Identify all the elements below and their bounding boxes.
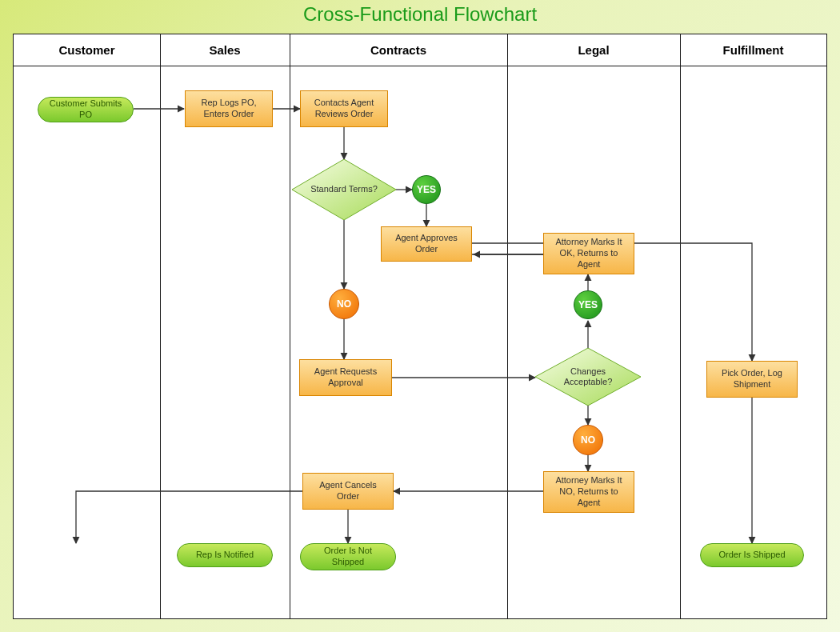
node-changes-acceptable: Changes Acceptable? [535,348,641,406]
lane-contracts: Contracts [290,34,507,66]
lane-sales: Sales [160,34,290,66]
node-rep-logs: Rep Logs PO, Enters Order [185,90,273,127]
swimlane-canvas: Customer Sales Contracts Legal Fulfillme… [13,34,827,619]
lane-customer: Customer [14,34,160,66]
node-agent-cancels: Agent Cancels Order [302,473,394,510]
diagram-title: Cross-Functional Flowchart [0,3,840,26]
node-standard-terms-label: Standard Terms? [292,159,396,220]
connector-yes-1: YES [412,175,441,204]
node-agent-requests: Agent Requests Approval [299,359,392,396]
connector-no-1: NO [329,289,359,319]
node-order-not-shipped: Order Is Not Shipped [300,543,396,570]
node-rep-notified: Rep Is Notified [177,543,273,567]
node-customer-submits: Customer Submits PO [38,97,134,122]
node-agent-approves: Agent Approves Order [381,226,472,262]
connector-yes-2: YES [574,290,602,319]
connector-no-2: NO [573,425,603,455]
node-changes-acceptable-label: Changes Acceptable? [535,348,641,406]
edges-layer [14,34,826,618]
lane-legal: Legal [507,34,680,66]
lane-fulfillment: Fulfillment [680,34,826,66]
node-attorney-no: Attorney Marks It NO, Returns to Agent [543,471,634,513]
node-order-shipped: Order Is Shipped [700,543,804,567]
node-standard-terms: Standard Terms? [292,159,396,220]
node-pick-order: Pick Order, Log Shipment [706,361,798,398]
node-attorney-ok: Attorney Marks It OK, Returns to Agent [543,233,634,274]
node-contacts-agent: Contacts Agent Reviews Order [300,90,388,127]
